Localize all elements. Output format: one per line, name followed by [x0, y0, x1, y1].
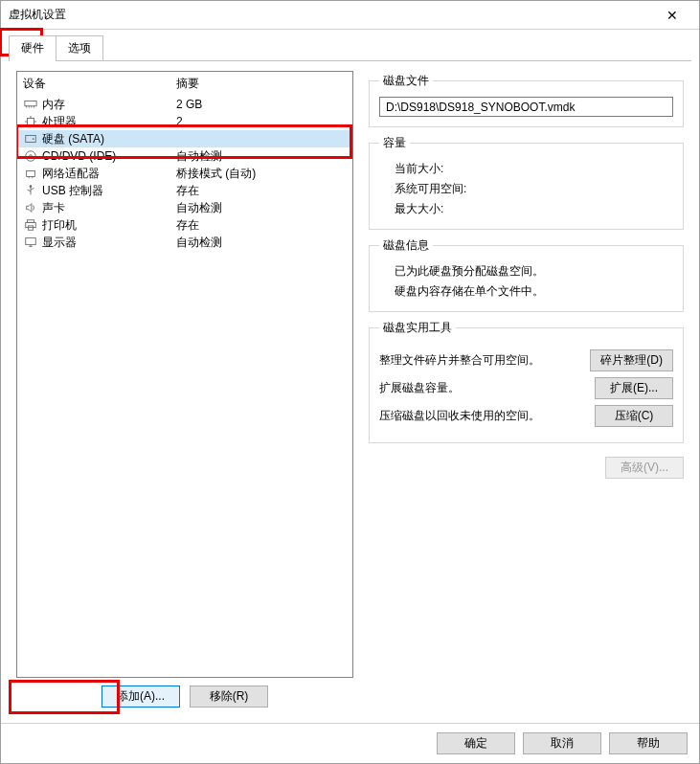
svg-rect-22: [26, 222, 36, 227]
cd-icon: [23, 149, 38, 163]
svg-rect-0: [25, 101, 36, 106]
advanced-button[interactable]: 高级(V)...: [605, 457, 684, 479]
tab-options[interactable]: 选项: [56, 35, 103, 60]
device-row-harddisk[interactable]: 硬盘 (SATA): [17, 130, 352, 147]
svg-rect-5: [28, 119, 34, 125]
display-icon: [23, 236, 38, 249]
device-row-printer[interactable]: 打印机 存在: [17, 216, 352, 234]
disk-info-line2: 硬盘内容存储在单个文件中。: [379, 281, 673, 302]
advanced-button-label: 高级(V)...: [621, 460, 668, 476]
capacity-legend: 容量: [379, 135, 410, 151]
disk-icon: [23, 132, 38, 146]
disk-file-legend: 磁盘文件: [379, 73, 433, 89]
memory-icon: [23, 98, 38, 111]
svg-point-11: [33, 138, 34, 140]
device-summary: 2: [176, 115, 183, 128]
svg-line-19: [31, 188, 34, 190]
device-summary: 自动检测: [176, 235, 222, 251]
add-button[interactable]: 添加(A)...: [102, 685, 180, 708]
svg-rect-10: [26, 136, 36, 143]
device-row-network[interactable]: 网络适配器 桥接模式 (自动): [17, 165, 352, 182]
device-name: USB 控制器: [42, 183, 176, 199]
compact-desc: 压缩磁盘以回收未使用的空间。: [379, 408, 585, 424]
help-button[interactable]: 帮助: [609, 732, 688, 754]
device-name: 处理器: [42, 114, 176, 130]
device-row-memory[interactable]: 内存 2 GB: [17, 96, 352, 113]
disk-util-group: 磁盘实用工具 整理文件碎片并整合可用空间。 碎片整理(D) 扩展磁盘容量。 扩展…: [369, 320, 684, 443]
device-summary: 自动检测: [176, 148, 222, 165]
compact-button-label: 压缩(C): [615, 408, 654, 424]
device-name: 声卡: [42, 200, 176, 216]
svg-rect-24: [26, 238, 36, 245]
titlebar: 虚拟机设置 ✕: [1, 1, 699, 30]
disk-info-group: 磁盘信息 已为此硬盘预分配磁盘空间。 硬盘内容存储在单个文件中。: [369, 237, 684, 312]
device-list[interactable]: 设备 摘要 内存 2 GB 处理器 2 硬盘 (SATA): [16, 71, 353, 678]
device-row-sound[interactable]: 声卡 自动检测: [17, 199, 352, 216]
device-summary: 存在: [176, 217, 199, 234]
expand-button-label: 扩展(E)...: [610, 380, 658, 396]
defrag-button-label: 碎片整理(D): [600, 352, 663, 369]
capacity-group: 容量 当前大小: 系统可用空间: 最大大小:: [369, 135, 684, 230]
remove-button[interactable]: 移除(R): [190, 685, 268, 708]
compact-button[interactable]: 压缩(C): [595, 405, 673, 427]
svg-rect-14: [27, 170, 35, 176]
ok-button[interactable]: 确定: [437, 732, 515, 754]
disk-util-legend: 磁盘实用工具: [379, 320, 456, 336]
expand-button[interactable]: 扩展(E)...: [595, 377, 673, 399]
header-summary: 摘要: [176, 76, 199, 92]
device-name: 硬盘 (SATA): [42, 131, 176, 147]
device-row-cddvd[interactable]: CD/DVD (IDE) 自动检测: [17, 147, 352, 165]
tab-options-label: 选项: [68, 41, 91, 55]
device-summary: 桥接模式 (自动): [176, 166, 256, 182]
svg-point-13: [30, 155, 33, 158]
close-icon[interactable]: ✕: [653, 8, 691, 23]
disk-file-path-field[interactable]: D:\DS918\DS918_SYNOBOOT.vmdk: [379, 97, 673, 117]
disk-info-line1: 已为此硬盘预分配磁盘空间。: [379, 261, 673, 281]
cancel-button[interactable]: 取消: [523, 732, 601, 754]
device-list-header: 设备 摘要: [17, 72, 352, 96]
max-size-label: 最大大小:: [395, 202, 443, 215]
defrag-desc: 整理文件碎片并整合可用空间。: [379, 352, 580, 369]
help-button-label: 帮助: [637, 735, 660, 752]
device-name: 网络适配器: [42, 166, 176, 182]
device-name: 显示器: [42, 235, 176, 251]
add-button-label: 添加(A)...: [117, 688, 165, 705]
network-icon: [23, 167, 38, 180]
printer-icon: [23, 218, 38, 232]
cancel-button-label: 取消: [551, 735, 574, 752]
disk-info-legend: 磁盘信息: [379, 237, 433, 254]
device-name: 内存: [42, 97, 176, 113]
device-name: CD/DVD (IDE): [42, 149, 176, 163]
defrag-button[interactable]: 碎片整理(D): [590, 349, 673, 371]
window-title: 虚拟机设置: [9, 7, 653, 23]
device-row-cpu[interactable]: 处理器 2: [17, 113, 352, 130]
device-row-display[interactable]: 显示器 自动检测: [17, 234, 352, 251]
sound-icon: [23, 201, 38, 214]
usb-icon: [23, 184, 38, 197]
current-size-label: 当前大小:: [395, 162, 443, 175]
tab-hardware-label: 硬件: [21, 41, 44, 55]
device-summary: 2 GB: [176, 98, 202, 111]
svg-line-20: [28, 190, 32, 191]
device-summary: 存在: [176, 183, 199, 199]
device-summary: 自动检测: [176, 200, 222, 216]
header-device: 设备: [23, 76, 176, 92]
cpu-icon: [23, 115, 38, 128]
disk-file-group: 磁盘文件 D:\DS918\DS918_SYNOBOOT.vmdk: [369, 73, 684, 127]
device-row-usb[interactable]: USB 控制器 存在: [17, 182, 352, 199]
remove-button-label: 移除(R): [210, 688, 249, 705]
free-space-label: 系统可用空间:: [395, 182, 466, 195]
device-name: 打印机: [42, 217, 176, 234]
tab-hardware[interactable]: 硬件: [9, 35, 56, 60]
disk-file-path-value: D:\DS918\DS918_SYNOBOOT.vmdk: [386, 101, 575, 114]
ok-button-label: 确定: [464, 735, 487, 752]
expand-desc: 扩展磁盘容量。: [379, 380, 585, 396]
svg-point-12: [26, 151, 36, 162]
